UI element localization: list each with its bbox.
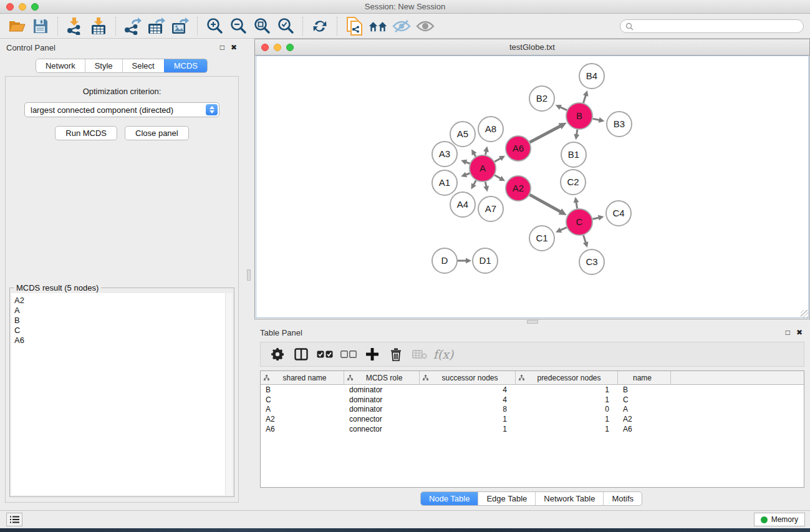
table-cell[interactable]: B <box>618 385 671 394</box>
table-cell[interactable]: C <box>618 395 671 404</box>
table-cell[interactable]: A2 <box>618 415 671 423</box>
new-network-from-selection-icon[interactable] <box>345 17 364 36</box>
export-image-icon[interactable] <box>171 17 190 36</box>
close-panel-button[interactable]: Close panel <box>125 126 189 140</box>
memory-button[interactable]: Memory <box>754 513 805 526</box>
function-builder-icon[interactable]: f(x) <box>433 345 454 364</box>
table-cell[interactable]: 1 <box>516 395 618 404</box>
table-cell[interactable]: 8 <box>420 405 516 414</box>
hide-selected-icon[interactable] <box>392 17 411 36</box>
tab-mcds[interactable]: MCDS <box>164 59 207 72</box>
show-all-icon[interactable] <box>416 17 435 36</box>
add-column-icon[interactable] <box>362 345 383 364</box>
network-window-titlebar[interactable]: testGlobe.txt <box>255 39 809 56</box>
select-all-checkboxes-icon[interactable] <box>314 345 335 364</box>
table-float-icon[interactable]: □ <box>786 328 790 337</box>
table-cell[interactable]: A <box>261 405 344 414</box>
table-cell[interactable]: B <box>261 385 344 394</box>
table-row[interactable]: A2connector11A2 <box>261 414 804 424</box>
table-cell[interactable]: C <box>261 395 344 404</box>
table-row[interactable]: A6connector11A6 <box>261 424 804 434</box>
list-scrollbar[interactable] <box>225 293 233 495</box>
gear-icon[interactable] <box>267 345 288 364</box>
mcds-result-item[interactable]: C <box>14 326 233 336</box>
mcds-result-item[interactable]: A2 <box>14 296 233 306</box>
graph-edge[interactable] <box>529 195 561 212</box>
search-input[interactable] <box>637 22 803 31</box>
task-history-button[interactable] <box>6 513 22 526</box>
tab-network[interactable]: Network <box>36 59 85 72</box>
mcds-panel-body: Optimization criterion: largest connecte… <box>5 76 239 503</box>
zoom-fit-icon[interactable] <box>253 17 271 36</box>
node-label: A <box>480 163 486 173</box>
column-header[interactable]: name <box>618 371 671 384</box>
tab-node-table[interactable]: Node Table <box>421 492 478 505</box>
table-cell[interactable]: dominator <box>344 385 420 394</box>
table-cell[interactable]: 4 <box>420 385 516 394</box>
node-table[interactable]: shared nameMCDS rolesuccessor nodesprede… <box>260 370 804 488</box>
resize-grip[interactable] <box>801 310 809 318</box>
tab-style[interactable]: Style <box>85 59 122 72</box>
tab-motifs[interactable]: Motifs <box>603 492 642 505</box>
optimization-criterion-dropdown[interactable]: largest connected component (directed) <box>24 102 219 117</box>
table-cell[interactable]: 1 <box>516 415 618 423</box>
table-cell[interactable]: A2 <box>261 415 344 423</box>
table-cell[interactable]: 1 <box>516 385 618 394</box>
delete-table-icon[interactable] <box>409 345 430 364</box>
mcds-result-item[interactable]: A <box>14 306 233 316</box>
table-cell[interactable]: A <box>618 405 671 414</box>
table-cell[interactable]: 1 <box>516 425 618 433</box>
mcds-result-item[interactable]: B <box>14 316 233 326</box>
vertical-splitter-grip[interactable] <box>247 269 251 281</box>
mcds-result-list[interactable]: A2ABCA6 <box>11 293 233 495</box>
tab-edge-table[interactable]: Edge Table <box>478 492 535 505</box>
refresh-icon[interactable] <box>311 17 329 36</box>
tab-network-table[interactable]: Network Table <box>535 492 603 505</box>
horizontal-splitter-grip[interactable] <box>527 320 538 324</box>
graph-edge[interactable] <box>584 95 586 103</box>
run-mcds-button[interactable]: Run MCDS <box>55 126 117 140</box>
table-cell[interactable]: 4 <box>420 395 516 404</box>
float-panel-icon[interactable]: □ <box>220 43 224 52</box>
table-close-icon[interactable]: ✖ <box>796 328 803 337</box>
column-view-icon[interactable] <box>291 345 312 364</box>
save-icon[interactable] <box>31 17 50 36</box>
column-header[interactable]: predecessor nodes <box>516 371 618 384</box>
deselect-all-checkboxes-icon[interactable] <box>338 345 359 364</box>
table-cell[interactable]: dominator <box>344 405 420 414</box>
graph-edge[interactable] <box>584 235 586 243</box>
graph-edge[interactable] <box>530 125 561 142</box>
zoom-selected-icon[interactable] <box>276 17 295 36</box>
export-network-icon[interactable] <box>123 17 142 36</box>
import-network-icon[interactable] <box>65 17 84 36</box>
table-cell[interactable]: A6 <box>261 425 344 433</box>
node-label: A8 <box>485 123 496 134</box>
table-cell[interactable]: A6 <box>618 425 671 433</box>
table-cell[interactable]: dominator <box>344 395 420 404</box>
table-row[interactable]: Bdominator41B <box>261 385 804 395</box>
export-table-icon[interactable] <box>147 17 166 36</box>
table-row[interactable]: Cdominator41C <box>261 395 804 405</box>
table-cell[interactable]: 1 <box>420 415 516 423</box>
open-folder-icon[interactable] <box>7 17 26 36</box>
column-header[interactable]: shared name <box>261 371 344 384</box>
table-cell[interactable]: connector <box>344 415 420 423</box>
first-neighbors-icon[interactable] <box>369 17 387 36</box>
zoom-out-icon[interactable] <box>229 17 248 36</box>
table-cell[interactable]: 0 <box>516 405 618 414</box>
import-table-icon[interactable] <box>89 17 108 36</box>
zoom-in-icon[interactable] <box>205 17 224 36</box>
network-canvas[interactable]: AA1A2A3A4A5A6A7A8BB1B2B3B4CC1C2C3C4DD1 <box>256 56 809 318</box>
search-field[interactable] <box>620 19 804 33</box>
mcds-result-item[interactable]: A6 <box>14 336 233 346</box>
node-label: A1 <box>439 177 450 188</box>
tab-select[interactable]: Select <box>122 59 164 72</box>
column-header[interactable]: successor nodes <box>420 371 516 384</box>
column-header[interactable]: MCDS role <box>344 371 420 384</box>
close-panel-icon[interactable]: ✖ <box>231 43 237 52</box>
table-cell[interactable]: 1 <box>420 425 516 433</box>
table-row[interactable]: Adominator80A <box>261 405 804 415</box>
delete-column-icon[interactable] <box>385 345 407 364</box>
network-graph[interactable]: AA1A2A3A4A5A6A7A8BB1B2B3B4CC1C2C3C4DD1 <box>256 56 809 318</box>
table-cell[interactable]: connector <box>344 425 420 433</box>
